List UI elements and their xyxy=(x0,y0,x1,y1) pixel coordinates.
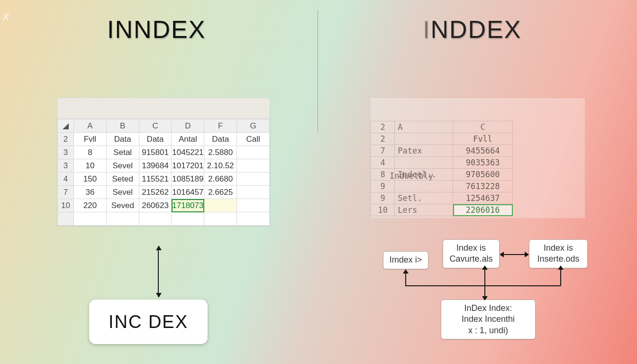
table-row[interactable]: 9 7613228 xyxy=(371,181,513,192)
cell[interactable]: 9455664 xyxy=(453,145,513,157)
spreadsheet-left-grid[interactable]: ◢ A B C D F G 2 Fvll Data Data Antal Dat… xyxy=(57,119,270,226)
cell[interactable]: 7613228 xyxy=(453,181,513,192)
table-row[interactable]: 2 Fvll xyxy=(371,133,513,145)
cell[interactable]: Data xyxy=(106,133,139,146)
cell[interactable]: 36 xyxy=(74,186,107,199)
cell[interactable]: Sevel xyxy=(106,159,139,173)
cell[interactable] xyxy=(395,181,453,192)
table-row[interactable]: 10 220 Seved 260623 1718073 xyxy=(58,199,270,212)
cell[interactable] xyxy=(237,173,270,186)
cell[interactable]: 139684 xyxy=(139,159,172,173)
cell-selected[interactable]: 1718073 xyxy=(172,199,204,212)
cell[interactable] xyxy=(395,133,453,145)
cell[interactable]: 1017201 xyxy=(172,159,204,173)
cell[interactable]: 9035363 xyxy=(453,157,513,169)
row-header[interactable]: 10 xyxy=(371,204,395,216)
row-header[interactable]: 4 xyxy=(58,173,74,186)
diagram-node-4-line1: InDex Index: xyxy=(464,303,512,314)
col-header[interactable]: G xyxy=(237,119,270,133)
table-row[interactable]: 9 Setl. 1254637 xyxy=(371,192,513,204)
cell[interactable]: 1254637 xyxy=(453,192,513,204)
cell[interactable]: Patex xyxy=(395,145,453,157)
table-row[interactable]: 3 8 Setal 915801 1045221 2.5880 xyxy=(58,146,270,159)
diagram-node-4: InDex Index: Index Incenthi x : 1, undi) xyxy=(441,300,536,339)
cell[interactable]: Data xyxy=(139,133,172,146)
table-row[interactable]: 3 10 Sevel 139684 1017201 2.10.52 xyxy=(58,159,270,173)
col-header[interactable]: C xyxy=(139,119,172,133)
col-header[interactable]: B xyxy=(106,119,139,133)
cell[interactable]: Setl. xyxy=(395,192,453,204)
cell[interactable]: 215262 xyxy=(139,186,172,199)
cell[interactable] xyxy=(204,199,237,212)
cell[interactable]: 220 xyxy=(74,199,107,212)
row-header[interactable]: 9 xyxy=(371,192,395,204)
cell[interactable]: Call xyxy=(237,133,270,146)
cell[interactable]: 2.6680 xyxy=(204,173,237,186)
col-header[interactable]: A xyxy=(395,121,453,133)
cell[interactable]: 2.6625 xyxy=(204,186,237,199)
cell[interactable]: Fvll xyxy=(453,133,513,145)
col-header[interactable]: C xyxy=(453,121,513,133)
cell[interactable]: Data xyxy=(204,133,237,146)
table-row[interactable]: 7 Patex 9455664 xyxy=(371,145,513,157)
canvas: x INNDEX INDDEX ◢ A B C D F G 2 Fvll Dat… xyxy=(0,0,637,364)
row-header[interactable]: 2 xyxy=(371,121,395,133)
cell[interactable]: 2.10.52 xyxy=(204,159,237,173)
cell[interactable] xyxy=(237,146,270,159)
cell[interactable]: Setal xyxy=(106,146,139,159)
title-right-fade: I xyxy=(423,16,430,43)
title-right: INDDEX xyxy=(423,15,521,44)
cell[interactable]: Lers xyxy=(395,204,453,216)
row-header[interactable]: 4 xyxy=(371,157,395,169)
connector-n2n3 xyxy=(500,254,528,255)
col-header[interactable]: D xyxy=(172,119,204,133)
connector-n1 xyxy=(405,270,406,286)
cell[interactable]: 9705600 xyxy=(453,169,513,181)
cell[interactable]: Seted xyxy=(106,173,139,186)
cell[interactable] xyxy=(395,157,453,169)
col-header[interactable]: F xyxy=(204,119,237,133)
row-header[interactable]: 8 xyxy=(371,169,395,181)
cell[interactable]: Fvll xyxy=(74,133,107,146)
row-header[interactable]: 10 xyxy=(58,199,74,212)
cell[interactable]: 915801 xyxy=(139,146,172,159)
cell[interactable]: Seved xyxy=(106,199,139,212)
spreadsheet-right-grid[interactable]: 2 A C 2 Fvll 7 Patex 9455664 4 9035363 8 xyxy=(371,121,513,216)
cell[interactable]: Indcel.. xyxy=(395,169,453,181)
table-row[interactable]: 4 150 Seted 115521 1085189 2.6680 xyxy=(58,173,270,186)
cell[interactable]: 150 xyxy=(74,173,107,186)
cell[interactable]: 1045221 xyxy=(172,146,204,159)
table-row[interactable]: 4 9035363 xyxy=(371,157,513,169)
row-header[interactable]: 7 xyxy=(58,186,74,199)
row-header[interactable]: 2 xyxy=(58,133,74,146)
diagram-node-3-line2: Inserte.ods xyxy=(537,254,579,264)
row-header[interactable]: 7 xyxy=(371,145,395,157)
table-row[interactable]: 7 36 Sevel 215262 1016457 2.6625 xyxy=(58,186,270,199)
index-box: INC DEX xyxy=(89,300,208,344)
cell[interactable]: 10 xyxy=(74,159,107,173)
cell[interactable]: Sevel xyxy=(106,186,139,199)
diagram-node-2: Index is Cavurte.als xyxy=(443,239,500,268)
col-header[interactable]: A xyxy=(74,119,107,133)
table-row[interactable]: 8 Indcel.. 9705600 xyxy=(371,169,513,181)
corner-cell: ◢ xyxy=(58,119,74,133)
cell[interactable]: 8 xyxy=(74,146,107,159)
diagram-node-4-line3: x : 1, undi) xyxy=(468,325,508,336)
row-header[interactable]: 2 xyxy=(371,133,395,145)
cell-selected[interactable]: 2206016 xyxy=(453,204,513,216)
cell[interactable] xyxy=(237,186,270,199)
diagram-node-2-line2: Cavurte.als xyxy=(449,254,492,264)
cell[interactable]: 2.5880 xyxy=(204,146,237,159)
cell[interactable]: 1016457 xyxy=(172,186,204,199)
cell[interactable]: 260623 xyxy=(139,199,172,212)
row-header[interactable]: 9 xyxy=(371,181,395,192)
table-row[interactable]: 10 Lers 2206016 xyxy=(371,204,513,216)
cell[interactable]: 1085189 xyxy=(172,173,204,186)
cell[interactable]: 115521 xyxy=(139,173,172,186)
cell[interactable]: Antal xyxy=(172,133,204,146)
row-header[interactable]: 3 xyxy=(58,159,74,173)
cell[interactable] xyxy=(237,159,270,173)
cell[interactable] xyxy=(237,199,270,212)
table-row[interactable]: 2 Fvll Data Data Antal Data Call xyxy=(58,133,270,146)
row-header[interactable]: 3 xyxy=(58,146,74,159)
